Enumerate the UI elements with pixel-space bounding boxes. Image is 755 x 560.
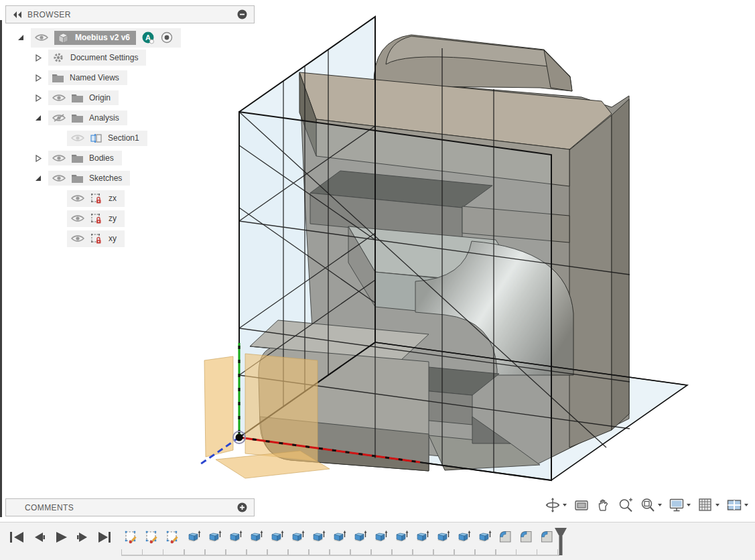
timeline-playhead[interactable] bbox=[553, 527, 568, 559]
timeline-feature-extrude[interactable] bbox=[311, 529, 326, 544]
eye-icon[interactable] bbox=[71, 194, 84, 202]
tree-label: xy bbox=[109, 234, 117, 243]
zoom-window-fit-tool[interactable] bbox=[640, 497, 663, 513]
gear-icon bbox=[52, 52, 64, 63]
orbit-tool[interactable] bbox=[545, 497, 567, 513]
sketch-planes[interactable] bbox=[204, 354, 330, 478]
plus-circle-icon[interactable] bbox=[237, 502, 247, 512]
tree-label: Named Views bbox=[70, 73, 119, 82]
expander-expanded-icon[interactable] bbox=[16, 33, 25, 42]
go-to-beginning-button[interactable] bbox=[8, 529, 25, 546]
dropdown-caret-icon[interactable] bbox=[744, 503, 749, 507]
expander-collapsed-icon[interactable] bbox=[33, 74, 43, 82]
timeline-feature-extrude[interactable] bbox=[394, 529, 409, 544]
timeline-feature-extrude[interactable] bbox=[186, 529, 201, 544]
activate-radio-icon[interactable] bbox=[161, 31, 173, 44]
tree-row-sketch-zy[interactable]: zy bbox=[67, 208, 261, 228]
go-to-end-button[interactable] bbox=[96, 529, 114, 546]
tree-label: zx bbox=[109, 194, 117, 203]
timeline-feature-extrude[interactable] bbox=[249, 529, 263, 544]
eye-icon[interactable] bbox=[71, 234, 84, 242]
timeline-feature-extrude[interactable] bbox=[415, 529, 429, 544]
timeline-feature-extrude[interactable] bbox=[456, 529, 471, 544]
expander-collapsed-icon[interactable] bbox=[33, 94, 43, 102]
timeline-feature-fillet[interactable] bbox=[519, 529, 533, 544]
tree-label: Analysis bbox=[89, 113, 119, 123]
timeline-bar bbox=[0, 522, 755, 560]
tree-row-named-views[interactable]: Named Views bbox=[33, 68, 261, 88]
viewports-tool[interactable] bbox=[726, 497, 749, 513]
tree-label: Bodies bbox=[89, 153, 114, 163]
root-component-label: Moebius v2 v6 bbox=[75, 33, 130, 42]
component-cube-icon bbox=[57, 32, 70, 44]
timeline-feature-extrude[interactable] bbox=[352, 529, 367, 544]
folder-icon bbox=[72, 174, 83, 183]
tree-row-sketches[interactable]: Sketches bbox=[33, 168, 261, 188]
timeline-feature-sketch[interactable] bbox=[145, 529, 159, 544]
timeline-feature-extrude[interactable] bbox=[228, 529, 243, 544]
tree-row-sketch-xy[interactable]: xy bbox=[67, 228, 261, 249]
minus-circle-icon[interactable] bbox=[237, 9, 247, 19]
timeline-feature-sketch[interactable] bbox=[124, 529, 139, 544]
tree-row-document-settings[interactable]: Document Settings bbox=[33, 48, 261, 68]
step-forward-button[interactable] bbox=[74, 529, 92, 546]
tree-label: Origin bbox=[89, 93, 111, 102]
tree-row-section1[interactable]: Section1 bbox=[67, 128, 261, 148]
pan-tool[interactable] bbox=[596, 497, 612, 513]
eye-icon[interactable] bbox=[52, 94, 66, 102]
expander-collapsed-icon[interactable] bbox=[33, 54, 43, 62]
dropdown-caret-icon[interactable] bbox=[715, 503, 720, 507]
section-analysis-icon bbox=[90, 133, 102, 143]
tree-label: zy bbox=[109, 214, 117, 223]
step-back-button[interactable] bbox=[30, 529, 48, 546]
display-settings-tool[interactable] bbox=[669, 497, 691, 513]
eye-icon[interactable] bbox=[52, 174, 66, 182]
expander-expanded-icon[interactable] bbox=[33, 174, 43, 182]
look-at-tool[interactable] bbox=[573, 497, 590, 513]
selected-component[interactable]: Moebius v2 v6 bbox=[54, 31, 136, 45]
timeline-feature-sketch[interactable] bbox=[165, 529, 180, 544]
timeline-feature-extrude[interactable] bbox=[435, 529, 450, 544]
browser-tree: Moebius v2 v6 A Document Settings Named … bbox=[0, 27, 261, 249]
tree-row-analysis[interactable]: Analysis bbox=[33, 108, 261, 128]
tree-row-bodies[interactable]: Bodies bbox=[33, 148, 261, 168]
timeline-feature-fillet[interactable] bbox=[539, 529, 554, 544]
sketch-locked-icon bbox=[90, 233, 102, 244]
browser-panel-title: BROWSER bbox=[27, 10, 71, 19]
timeline-feature-extrude[interactable] bbox=[290, 529, 305, 544]
tree-label: Section1 bbox=[108, 133, 139, 143]
expander-collapsed-icon[interactable] bbox=[33, 154, 43, 163]
tree-row-origin[interactable]: Origin bbox=[33, 88, 261, 108]
dropdown-caret-icon[interactable] bbox=[657, 503, 663, 507]
expander-expanded-icon[interactable] bbox=[33, 114, 43, 122]
avatar-a-badge: A bbox=[142, 31, 155, 44]
folder-icon bbox=[72, 94, 83, 102]
tree-label: Sketches bbox=[89, 173, 122, 183]
eye-faded-icon[interactable] bbox=[71, 134, 84, 142]
eye-icon[interactable] bbox=[71, 214, 84, 222]
timeline-feature-extrude[interactable] bbox=[477, 529, 492, 544]
sketch-locked-icon bbox=[90, 213, 102, 224]
zoom-tool[interactable] bbox=[618, 497, 634, 513]
comments-panel-title: COMMENTS bbox=[25, 503, 74, 512]
eye-icon[interactable] bbox=[35, 33, 48, 42]
timeline-feature-extrude[interactable] bbox=[269, 529, 284, 544]
timeline-ruler[interactable] bbox=[121, 549, 559, 556]
tree-row-root[interactable]: Moebius v2 v6 A bbox=[16, 27, 261, 48]
timeline-feature-extrude[interactable] bbox=[373, 529, 388, 544]
dropdown-caret-icon[interactable] bbox=[686, 503, 691, 507]
eye-hidden-icon[interactable] bbox=[52, 114, 66, 122]
timeline-playback-controls bbox=[8, 529, 114, 546]
folder-icon bbox=[72, 114, 83, 123]
double-chevron-left-icon[interactable] bbox=[13, 11, 22, 18]
timeline-feature-fillet[interactable] bbox=[498, 529, 512, 544]
sketch-locked-icon bbox=[90, 193, 102, 204]
eye-icon[interactable] bbox=[52, 154, 66, 162]
grid-snaps-tool[interactable] bbox=[697, 497, 720, 513]
dropdown-caret-icon[interactable] bbox=[562, 503, 567, 507]
tree-row-sketch-zx[interactable]: zx bbox=[67, 188, 261, 208]
timeline-feature-extrude[interactable] bbox=[207, 529, 222, 544]
timeline-feature-extrude[interactable] bbox=[332, 529, 346, 544]
play-button[interactable] bbox=[52, 529, 70, 546]
browser-panel-header: BROWSER bbox=[5, 5, 255, 23]
